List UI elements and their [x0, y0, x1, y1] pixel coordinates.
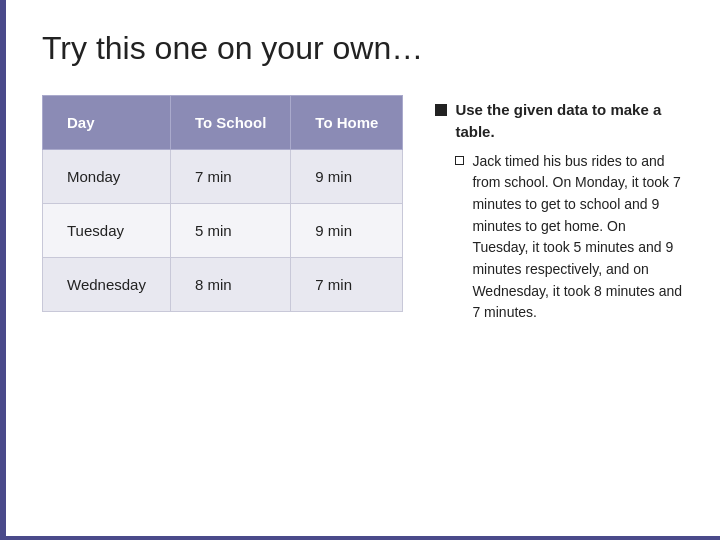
- data-table: Day To School To Home Monday7 min9 minTu…: [42, 95, 403, 312]
- table-cell-r2-c2: 7 min: [291, 258, 403, 312]
- table-cell-r2-c1: 8 min: [170, 258, 290, 312]
- table-row: Tuesday5 min9 min: [43, 204, 403, 258]
- col-header-day: Day: [43, 96, 171, 150]
- table-cell-r0-c2: 9 min: [291, 150, 403, 204]
- bullet-square-icon: [435, 104, 447, 116]
- slide: Try this one on your own… Day To School …: [0, 0, 720, 540]
- col-header-to-school: To School: [170, 96, 290, 150]
- bottom-line: [0, 536, 720, 540]
- table-header-row: Day To School To Home: [43, 96, 403, 150]
- content-area: Day To School To Home Monday7 min9 minTu…: [42, 95, 684, 516]
- table-cell-r1-c2: 9 min: [291, 204, 403, 258]
- table-cell-r1-c1: 5 min: [170, 204, 290, 258]
- bullet-sub: Jack timed his bus rides to and from sch…: [455, 151, 684, 325]
- page-title: Try this one on your own…: [42, 30, 684, 67]
- table-cell-r1-c0: Tuesday: [43, 204, 171, 258]
- bullet-main: Use the given data to make a table.: [435, 99, 684, 143]
- table-row: Monday7 min9 min: [43, 150, 403, 204]
- bullet-sub-square-icon: [455, 156, 464, 165]
- table-row: Wednesday8 min7 min: [43, 258, 403, 312]
- table-cell-r0-c1: 7 min: [170, 150, 290, 204]
- right-panel: Use the given data to make a table. Jack…: [435, 95, 684, 324]
- col-header-to-home: To Home: [291, 96, 403, 150]
- bullet-main-text: Use the given data to make a table.: [455, 99, 684, 143]
- table-cell-r2-c0: Wednesday: [43, 258, 171, 312]
- table-wrapper: Day To School To Home Monday7 min9 minTu…: [42, 95, 403, 312]
- bullet-sub-text: Jack timed his bus rides to and from sch…: [472, 151, 684, 325]
- table-cell-r0-c0: Monday: [43, 150, 171, 204]
